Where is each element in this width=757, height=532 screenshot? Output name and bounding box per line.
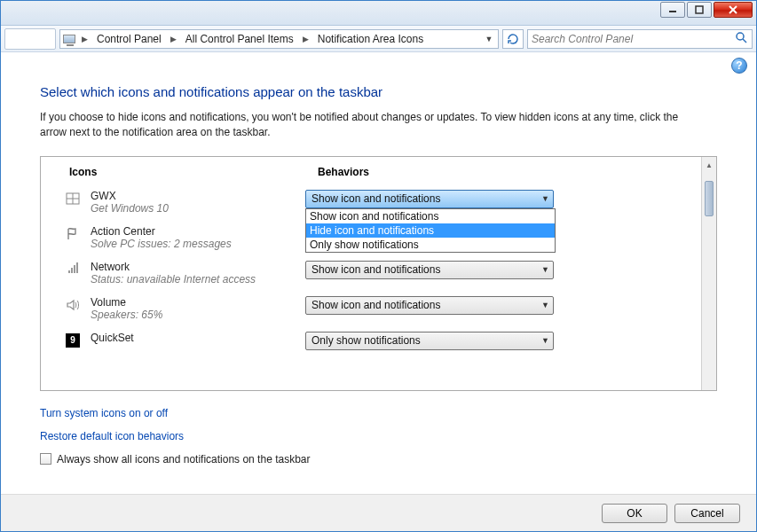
titlebar: [1, 1, 756, 26]
behavior-combo[interactable]: Show icon and notifications▼Show icon an…: [305, 190, 554, 208]
refresh-button[interactable]: [502, 29, 524, 49]
behavior-combo[interactable]: Only show notifications▼: [305, 332, 554, 350]
close-button[interactable]: [714, 2, 753, 18]
control-panel-window: ▶ Control Panel ▶ All Control Panel Item…: [0, 0, 757, 532]
nav-back-forward[interactable]: [4, 28, 56, 50]
icon-subtext: Status: unavailable Internet access: [91, 273, 305, 286]
chevron-down-icon: ▼: [541, 301, 549, 309]
flag-icon: [62, 225, 83, 241]
behavior-combo[interactable]: Show icon and notifications▼: [305, 296, 554, 315]
combo-option[interactable]: Hide icon and notifications: [306, 223, 555, 238]
chevron-right-icon[interactable]: ▶: [167, 35, 180, 43]
chevron-down-icon: ▼: [541, 336, 549, 345]
always-show-checkbox[interactable]: Always show all icons and notifications …: [40, 453, 717, 466]
combo-value: Only show notifications: [311, 334, 421, 347]
chevron-right-icon[interactable]: ▶: [299, 35, 312, 43]
speaker-icon: [62, 296, 83, 312]
monitor-icon: [60, 31, 78, 47]
content-area: ? Select which icons and notifications a…: [1, 52, 756, 494]
scrollbar[interactable]: ▲: [701, 157, 716, 390]
icons-panel: Icons Behaviors GWX Get Windows 10 Show …: [40, 156, 717, 391]
footer: OK Cancel: [1, 494, 756, 531]
icon-row: Network Status: unavailable Internet acc…: [59, 255, 701, 291]
link-restore-defaults[interactable]: Restore default icon behaviors: [40, 430, 717, 442]
combo-value: Show icon and notifications: [311, 299, 440, 311]
icon-subtext: Get Windows 10: [91, 202, 305, 215]
chevron-down-icon: ▼: [541, 194, 549, 203]
page-title: Select which icons and notifications app…: [40, 84, 717, 99]
breadcrumb[interactable]: ▶ Control Panel ▶ All Control Panel Item…: [59, 29, 499, 49]
icon-name: Network: [91, 261, 305, 273]
crumb-all-items[interactable]: All Control Panel Items: [180, 30, 299, 48]
icon-name: GWX: [91, 190, 305, 202]
scroll-up-icon[interactable]: ▲: [703, 159, 716, 172]
combo-listbox[interactable]: Show icon and notificationsHide icon and…: [305, 208, 556, 253]
scroll-thumb[interactable]: [705, 181, 714, 216]
combo-value: Show icon and notifications: [311, 263, 440, 276]
chevron-right-icon[interactable]: ▶: [78, 35, 91, 43]
column-header-behaviors: Behaviors: [318, 166, 369, 178]
icon-subtext: Speakers: 65%: [91, 309, 305, 321]
window-icon: [62, 190, 83, 206]
icon-name: QuickSet: [91, 332, 305, 344]
svg-rect-1: [696, 6, 703, 13]
search-placeholder: Search Control Panel: [532, 33, 633, 45]
icon-row: Volume Speakers: 65% Show icon and notif…: [59, 291, 701, 326]
cancel-button[interactable]: Cancel: [674, 504, 740, 523]
behavior-combo[interactable]: Show icon and notifications▼: [305, 261, 554, 279]
icon-name: Action Center: [91, 225, 305, 238]
icon-subtext: Solve PC issues: 2 messages: [91, 238, 305, 250]
link-system-icons[interactable]: Turn system icons on or off: [40, 407, 717, 419]
icon-row: 9 QuickSet Only show notifications▼: [59, 326, 701, 356]
crumb-control-panel[interactable]: Control Panel: [91, 30, 167, 48]
svg-line-5: [743, 39, 746, 43]
help-icon[interactable]: ?: [731, 58, 747, 74]
combo-option[interactable]: Only show notifications: [306, 238, 555, 252]
checkbox-box[interactable]: [40, 453, 51, 465]
search-input[interactable]: Search Control Panel: [527, 29, 753, 49]
address-bar: ▶ Control Panel ▶ All Control Panel Item…: [1, 26, 756, 52]
column-header-icons: Icons: [69, 166, 318, 178]
qs-icon: 9: [62, 332, 83, 348]
crumb-notification-area[interactable]: Notification Area Icons: [312, 30, 429, 48]
chevron-down-icon: ▼: [541, 265, 549, 274]
combo-value: Show icon and notifications: [311, 192, 440, 205]
search-icon: [734, 30, 748, 47]
ok-button[interactable]: OK: [602, 504, 667, 523]
checkbox-label: Always show all icons and notifications …: [57, 453, 311, 466]
icon-name: Volume: [91, 296, 305, 309]
page-description: If you choose to hide icons and notifica…: [40, 110, 679, 140]
icon-row: GWX Get Windows 10 Show icon and notific…: [59, 184, 701, 220]
maximize-button[interactable]: [687, 2, 712, 18]
combo-option[interactable]: Show icon and notifications: [306, 209, 555, 223]
breadcrumb-dropdown[interactable]: ▼: [480, 35, 498, 43]
minimize-button[interactable]: [660, 2, 685, 18]
svg-point-4: [737, 33, 744, 40]
bars-icon: [62, 261, 83, 273]
